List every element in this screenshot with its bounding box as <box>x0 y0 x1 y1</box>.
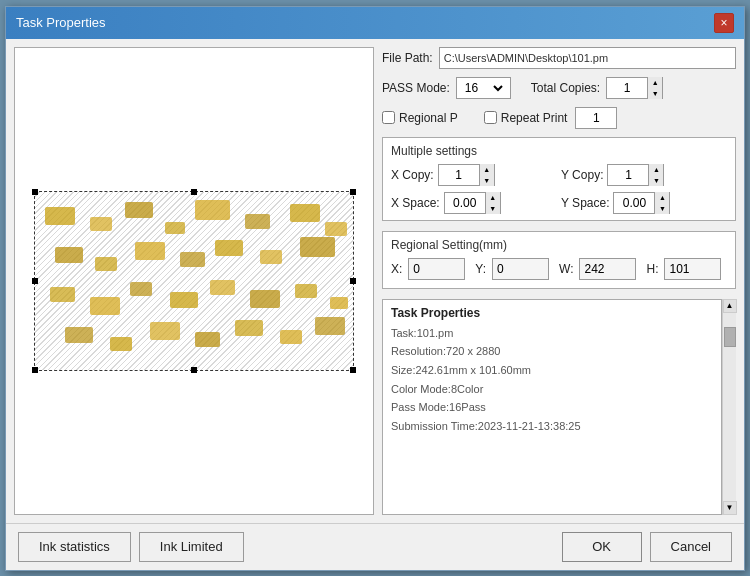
x-space-spin-buttons: ▲ ▼ <box>485 192 500 214</box>
total-copies-spinner: ▲ ▼ <box>606 77 663 99</box>
scrollbar: ▲ ▼ <box>722 299 736 515</box>
y-space-down[interactable]: ▼ <box>655 203 669 214</box>
x-copy-spinner: ▲ ▼ <box>438 164 495 186</box>
svg-rect-6 <box>290 204 320 222</box>
regional-checkbox-group: Regional P <box>382 111 458 125</box>
title-bar: Task Properties × <box>6 7 744 39</box>
svg-rect-12 <box>215 240 243 256</box>
svg-rect-0 <box>45 207 75 225</box>
x-space-label: X Space: <box>391 196 440 210</box>
repeat-print-spinner <box>575 107 617 129</box>
multiple-settings-grid: X Copy: ▲ ▼ Y Copy: <box>391 164 727 214</box>
dialog-title: Task Properties <box>16 15 106 30</box>
x-space-down[interactable]: ▼ <box>486 203 500 214</box>
bottom-bar: Ink statistics Ink Limited OK Cancel <box>6 523 744 570</box>
y-input[interactable] <box>493 259 548 279</box>
regional-label: Regional P <box>399 111 458 125</box>
y-label: Y: <box>475 262 486 276</box>
x-copy-down[interactable]: ▼ <box>480 175 494 186</box>
pass-mode-select[interactable]: 8 16 32 <box>461 79 506 97</box>
y-copy-up[interactable]: ▲ <box>649 164 663 175</box>
scrollbar-down[interactable]: ▼ <box>723 501 737 515</box>
multiple-settings-section: Multiple settings X Copy: ▲ ▼ Y <box>382 137 736 221</box>
svg-rect-9 <box>95 257 117 271</box>
handle-mt[interactable] <box>191 189 197 195</box>
y-space-spin-buttons: ▲ ▼ <box>654 192 669 214</box>
w-label: W: <box>559 262 573 276</box>
svg-rect-17 <box>130 282 152 296</box>
handle-tl[interactable] <box>32 189 38 195</box>
svg-rect-10 <box>135 242 165 260</box>
svg-rect-13 <box>260 250 282 264</box>
handle-bl[interactable] <box>32 367 38 373</box>
total-copies-input[interactable] <box>607 78 647 98</box>
y-copy-field: Y Copy: ▲ ▼ <box>561 164 727 186</box>
h-label: H: <box>646 262 658 276</box>
pass-mode-combo[interactable]: 8 16 32 <box>456 77 511 99</box>
close-button[interactable]: × <box>714 13 734 33</box>
x-copy-up[interactable]: ▲ <box>480 164 494 175</box>
svg-rect-11 <box>180 252 205 267</box>
dialog-body: File Path: PASS Mode: 8 16 32 Total Copi… <box>6 39 744 523</box>
x-copy-spin-buttons: ▲ ▼ <box>479 164 494 186</box>
regional-checkbox[interactable] <box>382 111 395 124</box>
x-copy-field: X Copy: ▲ ▼ <box>391 164 557 186</box>
task-info: Task:101.pm Resolution:720 x 2880 Size:2… <box>391 324 713 436</box>
task-line-4: Color Mode:8Color <box>391 380 713 399</box>
repeat-print-checkbox[interactable] <box>484 111 497 124</box>
x-space-input[interactable] <box>445 193 485 213</box>
h-input[interactable] <box>665 259 720 279</box>
y-space-label: Y Space: <box>561 196 609 210</box>
task-properties-section-title: Task Properties <box>391 306 713 320</box>
x-space-up[interactable]: ▲ <box>486 192 500 203</box>
svg-rect-27 <box>235 320 263 336</box>
y-space-input[interactable] <box>614 193 654 213</box>
repeat-print-input[interactable] <box>576 108 616 128</box>
task-line-6: Submission Time:2023-11-21-13:38:25 <box>391 417 713 436</box>
x-field <box>408 258 465 280</box>
right-buttons: OK Cancel <box>562 532 732 562</box>
cancel-button[interactable]: Cancel <box>650 532 732 562</box>
y-copy-down[interactable]: ▼ <box>649 175 663 186</box>
pass-mode-label: PASS Mode: <box>382 81 450 95</box>
file-path-row: File Path: <box>382 47 736 69</box>
y-copy-spinner: ▲ ▼ <box>607 164 664 186</box>
svg-rect-29 <box>315 317 345 335</box>
svg-rect-23 <box>65 327 93 343</box>
svg-rect-25 <box>150 322 180 340</box>
ink-statistics-button[interactable]: Ink statistics <box>18 532 131 562</box>
svg-rect-26 <box>195 332 220 347</box>
svg-rect-8 <box>55 247 83 263</box>
h-field <box>664 258 721 280</box>
multiple-settings-title: Multiple settings <box>391 144 727 158</box>
handle-ml[interactable] <box>32 278 38 284</box>
x-input[interactable] <box>409 259 464 279</box>
left-buttons: Ink statistics Ink Limited <box>18 532 244 562</box>
regional-fields-row: X: Y: W: H: <box>391 258 727 280</box>
w-input[interactable] <box>580 259 635 279</box>
x-copy-label: X Copy: <box>391 168 434 182</box>
scrollbar-thumb[interactable] <box>724 327 736 347</box>
w-field <box>579 258 636 280</box>
total-copies-up[interactable]: ▲ <box>648 77 662 88</box>
file-path-input[interactable] <box>439 47 736 69</box>
repeat-print-checkbox-group: Repeat Print <box>484 107 618 129</box>
y-field <box>492 258 549 280</box>
handle-mr[interactable] <box>350 278 356 284</box>
handle-br[interactable] <box>350 367 356 373</box>
total-copies-down[interactable]: ▼ <box>648 88 662 99</box>
x-label: X: <box>391 262 402 276</box>
x-copy-input[interactable] <box>439 165 479 185</box>
preview-canvas <box>34 191 354 371</box>
ok-button[interactable]: OK <box>562 532 642 562</box>
handle-tr[interactable] <box>350 189 356 195</box>
task-properties-section: Task Properties Task:101.pm Resolution:7… <box>382 299 722 515</box>
svg-rect-19 <box>210 280 235 295</box>
task-line-2: Resolution:720 x 2880 <box>391 342 713 361</box>
scrollbar-up[interactable]: ▲ <box>723 299 737 313</box>
handle-mb[interactable] <box>191 367 197 373</box>
y-space-up[interactable]: ▲ <box>655 192 669 203</box>
y-copy-input[interactable] <box>608 165 648 185</box>
hatch-background <box>35 192 353 370</box>
ink-limited-button[interactable]: Ink Limited <box>139 532 244 562</box>
